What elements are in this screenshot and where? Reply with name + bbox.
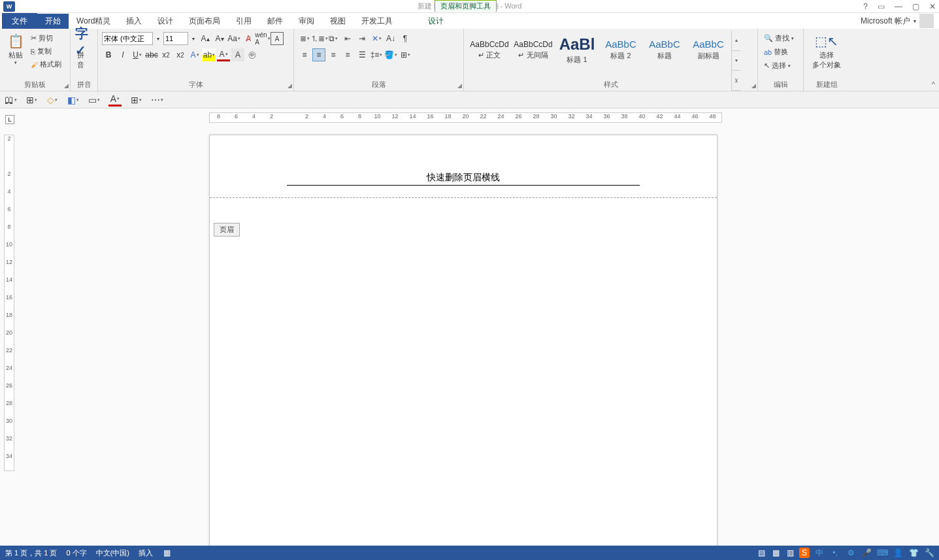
cut-button[interactable]: ✂剪切	[29, 32, 63, 44]
bold-button[interactable]: B	[102, 48, 115, 61]
vertical-ruler[interactable]: 2246810121416182022242628303234	[4, 135, 14, 471]
italic-button[interactable]: I	[116, 48, 129, 61]
increase-indent-button[interactable]: ⇥	[355, 32, 369, 45]
subscript-button[interactable]: x2	[159, 48, 173, 61]
justify-button[interactable]: ≡	[341, 48, 354, 61]
tray-tool-icon[interactable]: 🔧	[923, 547, 935, 559]
bullets-button[interactable]: ≣	[298, 32, 311, 45]
tab-dev[interactable]: 开发工具	[354, 14, 401, 29]
qa-btn-8[interactable]: ⋯	[150, 93, 163, 107]
style-item-5[interactable]: AaBbC副标题	[687, 32, 730, 67]
replace-button[interactable]: ab替换	[762, 46, 799, 58]
font-color-button[interactable]: A	[217, 48, 230, 61]
help-icon[interactable]: ?	[863, 2, 868, 11]
qa-btn-5[interactable]: ▭	[88, 93, 101, 107]
styles-scroll-up[interactable]: ▴	[732, 31, 740, 51]
ribbon-options-icon[interactable]: ▭	[878, 2, 885, 11]
styles-scroll-down[interactable]: ▾	[732, 51, 740, 71]
select-objects-button[interactable]: ⬚↖ 选择 多个对象	[806, 31, 847, 71]
borders-button[interactable]: ⊞	[399, 48, 412, 61]
select-button[interactable]: ↖选择▾	[762, 59, 799, 72]
font-name-input[interactable]	[102, 32, 153, 45]
tray-punct-icon[interactable]: •,	[829, 547, 841, 559]
tab-insert[interactable]: 插入	[118, 14, 150, 29]
underline-button[interactable]: U	[131, 48, 144, 61]
style-item-0[interactable]: AaBbCcDd↵ 正文	[468, 32, 511, 67]
qa-btn-1[interactable]: 🕮	[4, 93, 17, 107]
font-size-input[interactable]	[163, 32, 188, 45]
tab-stop-selector[interactable]: L	[5, 115, 14, 124]
numbering-button[interactable]: ⒈≣	[312, 32, 325, 45]
qa-border-button[interactable]: ⊞	[129, 93, 142, 107]
account-avatar-icon[interactable]	[919, 14, 934, 28]
tab-design[interactable]: 设计	[150, 14, 181, 29]
multilevel-button[interactable]: ⧉	[327, 32, 340, 45]
tab-layout[interactable]: 页面布局	[181, 14, 228, 29]
align-right-button[interactable]: ≡	[327, 48, 340, 61]
minimize-icon[interactable]: —	[895, 2, 902, 11]
account-label[interactable]: Microsoft 帐户	[861, 16, 910, 27]
decrease-indent-button[interactable]: ⇤	[341, 32, 354, 45]
tray-mic-icon[interactable]: 🎤	[861, 547, 872, 559]
header-zone[interactable]: 快速删除页眉横线 页眉	[210, 135, 717, 203]
tab-references[interactable]: 引用	[228, 14, 259, 29]
font-launcher[interactable]: ◢	[288, 82, 292, 89]
shrink-font-button[interactable]: A▾	[213, 32, 226, 45]
style-item-3[interactable]: AaBbC标题 2	[599, 32, 642, 67]
tray-skin-icon[interactable]: 👕	[908, 547, 919, 559]
qa-btn-4[interactable]: ◧	[67, 93, 80, 107]
char-border-button[interactable]: A	[271, 32, 284, 45]
tray-user-icon[interactable]: 👤	[892, 547, 904, 559]
paragraph-launcher[interactable]: ◢	[457, 82, 462, 89]
line-spacing-button[interactable]: ‡≡	[370, 48, 383, 61]
change-case-button[interactable]: Aa	[227, 32, 240, 45]
context-tool-tab[interactable]: 页眉和页脚工具	[435, 0, 497, 12]
shading-button[interactable]: 🪣	[384, 48, 397, 61]
view-web-icon[interactable]: ▥	[785, 548, 795, 558]
tab-file[interactable]: 文件	[2, 13, 37, 29]
show-marks-button[interactable]: ¶	[399, 32, 412, 45]
find-button[interactable]: 🔍查找▾	[762, 32, 799, 44]
styles-launcher[interactable]: ◢	[751, 82, 756, 89]
macro-record-icon[interactable]: ▦	[162, 548, 173, 558]
copy-button[interactable]: ⎘复制	[29, 45, 63, 58]
view-print-icon[interactable]: ▦	[770, 548, 781, 558]
highlight-button[interactable]: ab	[203, 48, 216, 61]
char-shading-button[interactable]: A	[231, 48, 244, 61]
align-center-button[interactable]: ≡	[312, 48, 325, 61]
maximize-icon[interactable]: ▢	[912, 2, 919, 11]
tab-home[interactable]: 开始	[37, 14, 69, 29]
horizontal-ruler[interactable]: 8642246810121416182022242628303234363840…	[209, 112, 722, 123]
status-page[interactable]: 第 1 页，共 1 页	[5, 548, 57, 558]
sort-button[interactable]: A↓	[384, 32, 397, 45]
pinyin-button[interactable]: 字✓ 拼音	[73, 31, 95, 71]
tray-ime-zh-icon[interactable]: 中	[814, 547, 825, 559]
header-text[interactable]: 快速删除页眉横线	[287, 172, 640, 184]
distribute-button[interactable]: ☰	[355, 48, 369, 61]
style-item-2[interactable]: AaBl标题 1	[555, 32, 599, 67]
text-effects-button[interactable]: A	[188, 48, 201, 61]
tab-mail[interactable]: 邮件	[259, 14, 291, 29]
status-wordcount[interactable]: 0 个字	[66, 548, 86, 558]
style-item-1[interactable]: AaBbCcDd↵ 无间隔	[512, 32, 555, 67]
strikethrough-button[interactable]: abc	[145, 48, 158, 61]
tab-view[interactable]: 视图	[322, 14, 354, 29]
superscript-button[interactable]: x2	[174, 48, 187, 61]
clear-format-button[interactable]: A̷	[242, 32, 255, 45]
tray-keyboard-icon[interactable]: ⌨	[876, 547, 888, 559]
status-language[interactable]: 中文(中国)	[96, 548, 129, 558]
tab-context-design[interactable]: 设计	[420, 14, 452, 29]
clipboard-launcher[interactable]: ◢	[64, 82, 69, 89]
qa-shape-button[interactable]: ◇	[46, 93, 59, 107]
ime-icon[interactable]: S	[799, 548, 810, 558]
style-item-4[interactable]: AaBbC标题	[643, 32, 686, 67]
qa-fontcolor-button[interactable]: A	[108, 93, 122, 107]
grow-font-button[interactable]: A▴	[199, 32, 212, 45]
align-left-button[interactable]: ≡	[298, 48, 311, 61]
page[interactable]: 快速删除页眉横线 页眉	[209, 135, 717, 546]
asian-layout-button[interactable]: ✕	[370, 32, 383, 45]
tray-settings-icon[interactable]: ⚙	[845, 547, 857, 559]
collapse-ribbon-button[interactable]: ^	[932, 80, 935, 88]
close-icon[interactable]: ✕	[929, 2, 936, 11]
enclose-char-button[interactable]: ㊥	[246, 48, 259, 61]
